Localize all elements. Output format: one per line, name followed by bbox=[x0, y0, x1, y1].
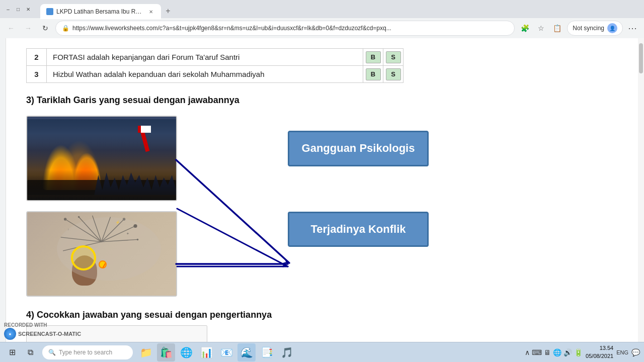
active-tab[interactable]: LKPD Latihan Bersama Ibu Roha... ✕ bbox=[40, 4, 161, 19]
maximize-button[interactable]: □ bbox=[14, 5, 22, 13]
svg-point-13 bbox=[137, 239, 139, 241]
taskbar-mail[interactable]: 📧 bbox=[217, 343, 235, 361]
not-syncing-label: Not syncing bbox=[573, 25, 604, 32]
minimize-button[interactable]: – bbox=[4, 5, 12, 13]
label-konflik: Terjadinya Konflik bbox=[288, 212, 429, 247]
not-syncing-button[interactable]: Not syncing 👤 bbox=[567, 21, 623, 36]
notification-icon[interactable]: 💬 bbox=[631, 348, 640, 356]
row-number: 2 bbox=[27, 49, 47, 66]
scrollbar-thumb[interactable] bbox=[639, 43, 643, 73]
taskbar-apps: 📁 🛍️ 🌐 📊 📧 🌊 📑 🎵 bbox=[137, 343, 523, 361]
taskbar-edge[interactable]: 🌊 bbox=[237, 343, 256, 361]
svg-point-12 bbox=[134, 224, 137, 228]
svg-line-21 bbox=[176, 160, 289, 263]
taskbar-search[interactable]: 🔍 Type here to search bbox=[42, 345, 133, 359]
annotation-circle bbox=[71, 245, 96, 270]
svg-point-10 bbox=[78, 216, 80, 218]
back-button[interactable]: ← bbox=[4, 21, 18, 35]
taskbar-display-icon[interactable]: 🖥 bbox=[544, 348, 551, 356]
svg-text:~: ~ bbox=[84, 221, 86, 224]
matching-area: ✦ ♪ ⚡ ~ bbox=[26, 116, 429, 302]
taskbar-battery-icon[interactable]: 🔋 bbox=[574, 348, 583, 356]
svg-line-6 bbox=[102, 239, 138, 241]
screencast-brand: SCREENCAST-O-MATIC bbox=[18, 331, 81, 337]
date-label: 05/08/2021 bbox=[586, 352, 613, 360]
section4-heading: 4) Cocokkan jawaban yang sesuai dengan p… bbox=[26, 310, 618, 320]
taskbar-lang-label: ENG bbox=[616, 349, 628, 355]
more-options-button[interactable]: ⋯ bbox=[626, 21, 640, 35]
main-content: 2 FORTASI adalah kepanjangan dari Forum … bbox=[6, 38, 638, 362]
riot-image bbox=[26, 116, 177, 201]
profile-avatar: 👤 bbox=[607, 23, 617, 33]
address-bar-row: ← → ↻ 🔒 https://www.liveworksheets.com/c… bbox=[0, 18, 644, 38]
screencast-watermark: RECORDED WITH ● SCREENCAST-O-MATIC bbox=[4, 322, 81, 340]
svg-marker-20 bbox=[283, 263, 288, 267]
tab-label: LKPD Latihan Bersama Ibu Roha... bbox=[56, 8, 144, 15]
taskbar-right: ∧ ⌨ 🖥 🌐 🔊 🔋 13.54 05/08/2021 ENG 💬 bbox=[525, 344, 640, 360]
taskbar-volume-icon[interactable]: 🔊 bbox=[564, 348, 572, 356]
start-button[interactable]: ⊞ bbox=[4, 344, 20, 360]
title-bar: – □ ✕ LKPD Latihan Bersama Ibu Roha... ✕… bbox=[0, 0, 644, 18]
left-margin bbox=[0, 38, 6, 362]
taskbar-excel[interactable]: 📊 bbox=[197, 343, 215, 361]
forward-button[interactable]: → bbox=[21, 21, 35, 35]
search-placeholder: Type here to search bbox=[59, 349, 112, 356]
svg-text:⚡: ⚡ bbox=[115, 220, 121, 225]
b-answer-btn[interactable]: B bbox=[366, 68, 381, 80]
row-number: 3 bbox=[27, 66, 47, 83]
svg-line-2 bbox=[93, 216, 102, 242]
collections-icon[interactable]: 📋 bbox=[550, 21, 564, 35]
window-controls: – □ ✕ bbox=[4, 5, 32, 13]
svg-point-11 bbox=[123, 218, 125, 220]
taskbar: ⊞ ⧉ 🔍 Type here to search 📁 🛍️ 🌐 📊 📧 🌊 📑… bbox=[0, 342, 644, 362]
tab-close-button[interactable]: ✕ bbox=[147, 8, 155, 16]
taskbar-chrome[interactable]: 🌐 bbox=[177, 343, 195, 361]
images-column: ✦ ♪ ⚡ ~ bbox=[26, 116, 177, 297]
stress-image: ✦ ♪ ⚡ ~ bbox=[26, 211, 177, 297]
table-row: 2 FORTASI adalah kepanjangan dari Forum … bbox=[27, 49, 404, 66]
answer-table: 2 FORTASI adalah kepanjangan dari Forum … bbox=[26, 48, 404, 83]
svg-marker-24 bbox=[283, 261, 288, 265]
scrollbar-right[interactable] bbox=[638, 38, 644, 362]
section3: 3) Tariklah Garis yang sesuai dengan jaw… bbox=[26, 95, 618, 345]
taskbar-keyboard-icon[interactable]: ⌨ bbox=[532, 348, 542, 356]
tab-favicon-icon bbox=[46, 8, 53, 15]
close-button[interactable]: ✕ bbox=[24, 5, 32, 13]
section4: 4) Cocokkan jawaban yang sesuai dengan p… bbox=[26, 310, 618, 345]
taskbar-up-arrow[interactable]: ∧ bbox=[525, 348, 530, 356]
search-icon: 🔍 bbox=[48, 349, 56, 356]
toolbar-icons: 🧩 ☆ 📋 bbox=[518, 21, 564, 35]
lock-icon: 🔒 bbox=[62, 25, 69, 32]
taskbar-network-icon[interactable]: 🌐 bbox=[553, 348, 561, 356]
svg-line-18 bbox=[177, 209, 288, 266]
svg-marker-22 bbox=[284, 258, 289, 264]
taskbar-store[interactable]: 🛍️ bbox=[157, 343, 175, 361]
b-button-cell[interactable]: B bbox=[363, 66, 383, 83]
time-label: 13.54 bbox=[600, 344, 614, 352]
task-view-button[interactable]: ⧉ bbox=[22, 344, 38, 360]
svg-text:✦: ✦ bbox=[126, 231, 129, 236]
table-container: 2 FORTASI adalah kepanjangan dari Forum … bbox=[26, 48, 618, 83]
taskbar-file-explorer[interactable]: 📁 bbox=[137, 343, 155, 361]
browser-window: – □ ✕ LKPD Latihan Bersama Ibu Roha... ✕… bbox=[0, 0, 644, 362]
row-text: FORTASI adalah kepanjangan dari Forum Ta… bbox=[47, 49, 363, 66]
taskbar-system-icons: ∧ ⌨ 🖥 🌐 🔊 🔋 bbox=[525, 348, 583, 356]
taskbar-unknown[interactable]: 🎵 bbox=[278, 343, 296, 361]
extensions-icon[interactable]: 🧩 bbox=[518, 21, 532, 35]
new-tab-button[interactable]: + bbox=[161, 4, 175, 18]
s-button-cell[interactable]: S bbox=[383, 49, 404, 66]
row-text: Hizbul Wathan adalah kepanduan dari seko… bbox=[47, 66, 363, 83]
svg-text:♪: ♪ bbox=[68, 227, 69, 231]
favorites-icon[interactable]: ☆ bbox=[534, 21, 548, 35]
section3-heading: 3) Tariklah Garis yang sesuai dengan jaw… bbox=[26, 95, 618, 106]
s-answer-btn[interactable]: S bbox=[386, 51, 401, 63]
reload-button[interactable]: ↻ bbox=[38, 21, 52, 35]
taskbar-powerpoint[interactable]: 📑 bbox=[258, 343, 276, 361]
taskbar-time: 13.54 05/08/2021 bbox=[586, 344, 613, 360]
b-button-cell[interactable]: B bbox=[363, 49, 383, 66]
svg-point-9 bbox=[64, 218, 66, 220]
address-bar[interactable]: 🔒 https://www.liveworksheets.com/c?a=s&t… bbox=[55, 21, 515, 36]
s-button-cell[interactable]: S bbox=[383, 66, 404, 83]
b-answer-btn[interactable]: B bbox=[366, 51, 381, 63]
s-answer-btn[interactable]: S bbox=[386, 68, 401, 80]
